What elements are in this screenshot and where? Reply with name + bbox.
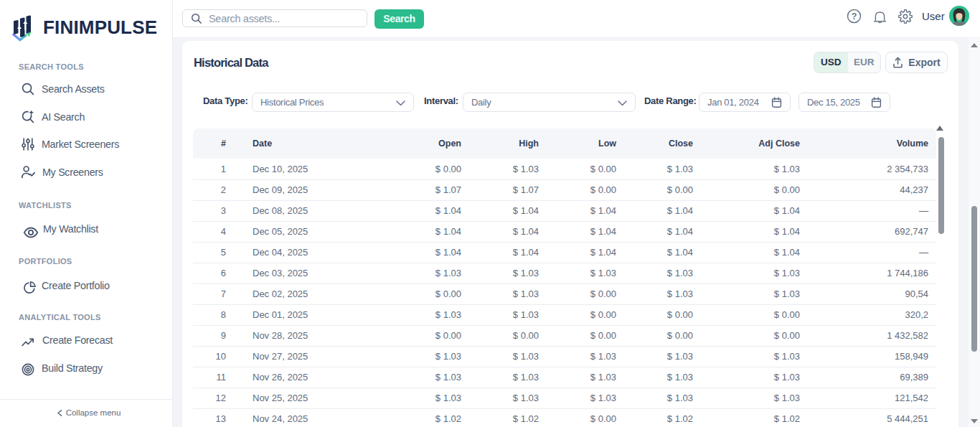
svg-text:FINIMPULSE: FINIMPULSE — [43, 17, 157, 38]
svg-text:?: ? — [852, 11, 857, 22]
